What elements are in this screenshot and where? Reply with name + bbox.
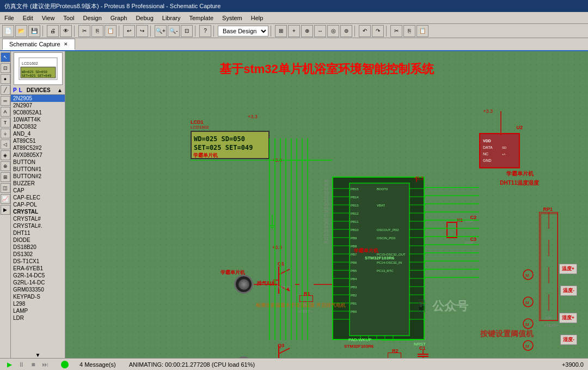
u2-module[interactable]: VDD DATA NC GND SD +/- [479, 133, 520, 168]
bus-tool[interactable]: ═ [1, 96, 10, 106]
tab-schematic[interactable]: Schematic Capture ✕ [2, 39, 75, 50]
menu-system[interactable]: System [218, 14, 247, 22]
tb-paste[interactable]: 📋 [416, 25, 428, 37]
tb-extra5[interactable]: ◎ [327, 25, 339, 37]
menu-tool[interactable]: Tool [59, 14, 78, 22]
component-tool[interactable]: ⊡ [1, 63, 10, 73]
device-crystal1[interactable]: CRYSTAL# [11, 215, 65, 222]
wire-tool[interactable]: ╱ [1, 85, 10, 95]
sidebar-p-indicator[interactable]: P [13, 87, 17, 93]
menu-view[interactable]: View [38, 14, 59, 22]
power-tool[interactable]: ⏚ [1, 129, 10, 138]
device-ds18b20[interactable]: DS18B20 [11, 244, 65, 251]
device-keypad[interactable]: KEYPAD-S [11, 293, 65, 300]
device-and4[interactable]: AND_4 [11, 130, 65, 137]
port-tool[interactable]: ◁ [1, 139, 10, 149]
cut-btn[interactable]: ✂ [78, 25, 90, 37]
device-diode[interactable]: DIODE [11, 236, 65, 244]
design-dropdown[interactable]: Base Design [218, 26, 268, 37]
menu-debug[interactable]: Debug [131, 14, 157, 22]
device-grm[interactable]: GRM033350 [11, 286, 65, 293]
device-lamp[interactable]: LAMP [11, 307, 65, 314]
tb-extra4[interactable]: ↔ [314, 25, 326, 37]
mcu-block[interactable]: STM32F103R6 [332, 177, 425, 340]
device-list[interactable]: 2N2905 2N2907 9C08052A1 10WATT4K ADC0832… [11, 95, 65, 352]
device-g2r14dc[interactable]: G2R-14-DC5 [11, 272, 65, 279]
pause-button[interactable]: ⏸ [16, 360, 26, 369]
zoom-fit[interactable]: ⊡ [181, 25, 193, 37]
text-tool[interactable]: T [1, 118, 10, 128]
device-l298[interactable]: L298 [11, 300, 65, 307]
cursor-tool[interactable]: ↖ [1, 52, 10, 62]
graph-tool[interactable]: 📈 [1, 194, 10, 204]
device-at89c52[interactable]: AT89C52#2 [11, 144, 65, 151]
print-prev[interactable]: 👁 [60, 25, 72, 37]
device-crystal[interactable]: CRYSTAL [11, 208, 65, 215]
tb-cut[interactable]: ✂ [390, 25, 402, 37]
device-era6yeb1[interactable]: ERA-6YEB1 [11, 265, 65, 272]
menu-graph[interactable]: Graph [106, 14, 132, 22]
tb-extra6[interactable]: ⊚ [340, 25, 352, 37]
btn-humid-up[interactable]: 湿度+ [559, 313, 577, 323]
device-dht11[interactable]: DHT11 [11, 229, 65, 236]
device-avx[interactable]: AVX0805X7 [11, 151, 65, 159]
tab-close-btn[interactable]: ✕ [64, 41, 68, 47]
device-button1[interactable]: BUTTON#1 [11, 166, 65, 173]
menu-library[interactable]: Library [158, 14, 185, 22]
device-cap-elec[interactable]: CAP-ELEC [11, 194, 65, 201]
zoom-in[interactable]: 🔍+ [155, 25, 167, 37]
tb-copy[interactable]: ⎘ [403, 25, 415, 37]
menu-design[interactable]: Design [79, 14, 106, 22]
menu-help[interactable]: Help [247, 14, 268, 22]
menu-file[interactable]: File [0, 14, 19, 22]
device-button2[interactable]: BUTTON#2 [11, 173, 65, 180]
device-10watt4k[interactable]: 10WATT4K [11, 116, 65, 123]
print-btn[interactable]: 🖨 [47, 25, 59, 37]
open-btn[interactable]: 📂 [15, 25, 27, 37]
device-dst1cx1[interactable]: DS-T1CX1 [11, 258, 65, 265]
btn-temp-up[interactable]: 温度+ [559, 264, 577, 274]
save-btn[interactable]: 💾 [28, 25, 40, 37]
undo-btn[interactable]: ↩ [123, 25, 135, 37]
menu-template[interactable]: Template [185, 14, 218, 22]
copy-btn[interactable]: ⎘ [91, 25, 103, 37]
play-button[interactable]: ▶ [4, 360, 14, 369]
help-btn[interactable]: ? [199, 25, 211, 37]
step-button[interactable]: ⏭ [40, 360, 50, 369]
probe-tool[interactable]: ⊕ [1, 161, 10, 171]
device-ldr[interactable]: LDR [11, 314, 65, 322]
device-cap[interactable]: CAP [11, 187, 65, 194]
marker-tool[interactable]: ◈ [1, 150, 10, 160]
btn-humid-down[interactable]: 湿度- [560, 335, 577, 345]
device-crystal2[interactable]: CRYSTAL#. [11, 222, 65, 229]
label-tool[interactable]: A [1, 107, 10, 117]
device-adc0832[interactable]: ADC0832 [11, 123, 65, 130]
stop-button[interactable]: ■ [28, 360, 38, 369]
tb-extra1[interactable]: ⊞ [275, 25, 287, 37]
canvas-area[interactable]: 基于stm32单片机浴室环境智能控制系统 LCD1 LCD1602 WD=025… [65, 51, 588, 358]
zoom-out[interactable]: 🔍- [168, 25, 180, 37]
device-2n2905[interactable]: 2N2905 [11, 95, 65, 102]
device-9c08052[interactable]: 9C08052A1 [11, 109, 65, 116]
sidebar-l-indicator[interactable]: L [19, 87, 22, 93]
device-at89c51[interactable]: AT89C51 [11, 137, 65, 144]
menu-edit[interactable]: Edit [19, 14, 38, 22]
tb-r1[interactable]: ↶ [359, 25, 371, 37]
btn-temp-down[interactable]: 温度- [560, 286, 577, 296]
sidebar-scroll-down[interactable]: ▼ [11, 352, 65, 358]
tape-tool[interactable]: ⊞ [1, 172, 10, 182]
device-cap-pol[interactable]: CAP-POL [11, 201, 65, 208]
anim-tool[interactable]: ▶ [1, 205, 10, 215]
redo-btn[interactable]: ↪ [136, 25, 148, 37]
tb-extra3[interactable]: ⊕ [301, 25, 313, 37]
device-buzzer[interactable]: BUZZER [11, 180, 65, 187]
sidebar-scroll-up[interactable]: ▲ [57, 87, 63, 93]
device-g2rl14dc[interactable]: G2RL-14-DC [11, 279, 65, 286]
junction-tool[interactable]: ● [1, 74, 10, 84]
measure-tool[interactable]: ◫ [1, 183, 10, 193]
device-2n2907[interactable]: 2N2907 [11, 102, 65, 109]
device-button[interactable]: BUTTON [11, 159, 65, 166]
paste-btn[interactable]: 📋 [105, 25, 117, 37]
tb-r2[interactable]: ↷ [372, 25, 384, 37]
new-btn[interactable]: 📄 [2, 25, 14, 37]
